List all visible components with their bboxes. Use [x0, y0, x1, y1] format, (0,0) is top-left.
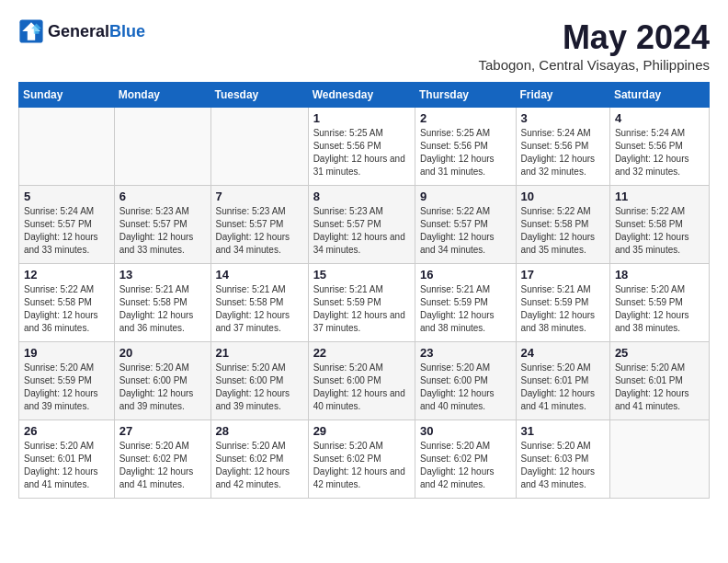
- calendar-cell: 8Sunrise: 5:23 AMSunset: 5:57 PMDaylight…: [308, 186, 415, 264]
- day-info: Sunrise: 5:21 AMSunset: 5:58 PMDaylight:…: [119, 283, 206, 335]
- day-number: 26: [24, 424, 109, 438]
- page-header: GeneralBlue May 2024 Tabogon, Central Vi…: [18, 18, 710, 73]
- day-info: Sunrise: 5:20 AMSunset: 5:59 PMDaylight:…: [24, 362, 109, 413]
- logo-general: General: [48, 22, 109, 40]
- logo-icon: [18, 18, 44, 44]
- calendar-week-row: 26Sunrise: 5:20 AMSunset: 6:01 PMDayligh…: [19, 420, 710, 499]
- day-info: Sunrise: 5:23 AMSunset: 5:57 PMDaylight:…: [216, 205, 303, 257]
- calendar-cell: 26Sunrise: 5:20 AMSunset: 6:01 PMDayligh…: [19, 420, 115, 499]
- calendar-cell: [210, 108, 308, 186]
- day-number: 31: [521, 424, 605, 438]
- day-number: 20: [119, 346, 206, 360]
- logo-text: GeneralBlue: [48, 22, 145, 41]
- day-number: 12: [24, 268, 109, 282]
- day-info: Sunrise: 5:20 AMSunset: 6:02 PMDaylight:…: [119, 440, 206, 491]
- calendar-cell: 29Sunrise: 5:20 AMSunset: 6:02 PMDayligh…: [308, 420, 415, 499]
- calendar-week-row: 5Sunrise: 5:24 AMSunset: 5:57 PMDaylight…: [19, 186, 710, 264]
- calendar-cell: 19Sunrise: 5:20 AMSunset: 5:59 PMDayligh…: [19, 342, 115, 420]
- day-info: Sunrise: 5:20 AMSunset: 6:00 PMDaylight:…: [119, 362, 206, 413]
- calendar-cell: 1Sunrise: 5:25 AMSunset: 5:56 PMDaylight…: [308, 108, 415, 186]
- day-number: 14: [216, 268, 303, 282]
- day-info: Sunrise: 5:24 AMSunset: 5:56 PMDaylight:…: [615, 127, 704, 178]
- calendar-cell: 2Sunrise: 5:25 AMSunset: 5:56 PMDaylight…: [415, 108, 516, 186]
- day-info: Sunrise: 5:20 AMSunset: 6:01 PMDaylight:…: [24, 440, 109, 491]
- calendar-cell: 12Sunrise: 5:22 AMSunset: 5:58 PMDayligh…: [19, 264, 115, 342]
- day-number: 28: [216, 424, 303, 438]
- day-number: 18: [615, 268, 704, 282]
- calendar-header-row: SundayMondayTuesdayWednesdayThursdayFrid…: [19, 83, 710, 108]
- day-number: 6: [119, 190, 206, 203]
- day-info: Sunrise: 5:24 AMSunset: 5:56 PMDaylight:…: [521, 127, 605, 178]
- calendar-cell: 20Sunrise: 5:20 AMSunset: 6:00 PMDayligh…: [114, 342, 210, 420]
- col-header-saturday: Saturday: [609, 83, 709, 108]
- calendar-cell: [19, 108, 115, 186]
- calendar-cell: 24Sunrise: 5:20 AMSunset: 6:01 PMDayligh…: [516, 342, 609, 420]
- day-number: 10: [521, 190, 605, 203]
- col-header-monday: Monday: [114, 83, 210, 108]
- day-info: Sunrise: 5:24 AMSunset: 5:57 PMDaylight:…: [24, 205, 109, 257]
- day-number: 21: [216, 346, 303, 360]
- day-number: 5: [24, 190, 109, 203]
- day-number: 23: [420, 346, 511, 360]
- calendar-cell: 14Sunrise: 5:21 AMSunset: 5:58 PMDayligh…: [210, 264, 308, 342]
- day-number: 24: [521, 346, 605, 360]
- calendar-cell: 27Sunrise: 5:20 AMSunset: 6:02 PMDayligh…: [114, 420, 210, 499]
- day-number: 1: [313, 111, 410, 125]
- calendar-week-row: 1Sunrise: 5:25 AMSunset: 5:56 PMDaylight…: [19, 108, 710, 186]
- calendar-cell: 30Sunrise: 5:20 AMSunset: 6:02 PMDayligh…: [415, 420, 516, 499]
- day-info: Sunrise: 5:20 AMSunset: 6:01 PMDaylight:…: [615, 362, 704, 413]
- calendar-cell: [114, 108, 210, 186]
- day-number: 17: [521, 268, 605, 282]
- day-info: Sunrise: 5:20 AMSunset: 6:00 PMDaylight:…: [420, 362, 511, 413]
- day-number: 4: [615, 111, 704, 125]
- day-number: 25: [615, 346, 704, 360]
- calendar-cell: 23Sunrise: 5:20 AMSunset: 6:00 PMDayligh…: [415, 342, 516, 420]
- col-header-sunday: Sunday: [19, 83, 115, 108]
- day-number: 22: [313, 346, 410, 360]
- calendar-cell: 4Sunrise: 5:24 AMSunset: 5:56 PMDaylight…: [609, 108, 709, 186]
- day-number: 16: [420, 268, 511, 282]
- day-info: Sunrise: 5:20 AMSunset: 6:02 PMDaylight:…: [420, 440, 511, 491]
- calendar-cell: 17Sunrise: 5:21 AMSunset: 5:59 PMDayligh…: [516, 264, 609, 342]
- day-number: 7: [216, 190, 303, 203]
- day-info: Sunrise: 5:23 AMSunset: 5:57 PMDaylight:…: [313, 205, 410, 257]
- day-info: Sunrise: 5:20 AMSunset: 6:03 PMDaylight:…: [521, 440, 605, 491]
- calendar-cell: 13Sunrise: 5:21 AMSunset: 5:58 PMDayligh…: [114, 264, 210, 342]
- day-info: Sunrise: 5:20 AMSunset: 6:01 PMDaylight:…: [521, 362, 605, 413]
- calendar-cell: 6Sunrise: 5:23 AMSunset: 5:57 PMDaylight…: [114, 186, 210, 264]
- calendar-week-row: 19Sunrise: 5:20 AMSunset: 5:59 PMDayligh…: [19, 342, 710, 420]
- day-number: 2: [420, 111, 511, 125]
- day-info: Sunrise: 5:25 AMSunset: 5:56 PMDaylight:…: [420, 127, 511, 178]
- calendar-cell: 31Sunrise: 5:20 AMSunset: 6:03 PMDayligh…: [516, 420, 609, 499]
- day-info: Sunrise: 5:20 AMSunset: 6:02 PMDaylight:…: [216, 440, 303, 491]
- day-info: Sunrise: 5:22 AMSunset: 5:58 PMDaylight:…: [24, 283, 109, 335]
- day-info: Sunrise: 5:23 AMSunset: 5:57 PMDaylight:…: [119, 205, 206, 257]
- calendar-week-row: 12Sunrise: 5:22 AMSunset: 5:58 PMDayligh…: [19, 264, 710, 342]
- day-info: Sunrise: 5:20 AMSunset: 6:00 PMDaylight:…: [216, 362, 303, 413]
- logo: GeneralBlue: [18, 18, 145, 44]
- day-info: Sunrise: 5:20 AMSunset: 6:00 PMDaylight:…: [313, 362, 410, 413]
- calendar-cell: 11Sunrise: 5:22 AMSunset: 5:58 PMDayligh…: [609, 186, 709, 264]
- day-number: 30: [420, 424, 511, 438]
- calendar-cell: 22Sunrise: 5:20 AMSunset: 6:00 PMDayligh…: [308, 342, 415, 420]
- calendar-cell: 15Sunrise: 5:21 AMSunset: 5:59 PMDayligh…: [308, 264, 415, 342]
- day-number: 15: [313, 268, 410, 282]
- calendar-cell: 7Sunrise: 5:23 AMSunset: 5:57 PMDaylight…: [210, 186, 308, 264]
- title-area: May 2024 Tabogon, Central Visayas, Phili…: [478, 18, 710, 73]
- day-info: Sunrise: 5:20 AMSunset: 6:02 PMDaylight:…: [313, 440, 410, 491]
- calendar-cell: 5Sunrise: 5:24 AMSunset: 5:57 PMDaylight…: [19, 186, 115, 264]
- location-subtitle: Tabogon, Central Visayas, Philippines: [478, 57, 710, 73]
- col-header-friday: Friday: [516, 83, 609, 108]
- calendar-cell: 16Sunrise: 5:21 AMSunset: 5:59 PMDayligh…: [415, 264, 516, 342]
- col-header-tuesday: Tuesday: [210, 83, 308, 108]
- col-header-thursday: Thursday: [415, 83, 516, 108]
- calendar-cell: 3Sunrise: 5:24 AMSunset: 5:56 PMDaylight…: [516, 108, 609, 186]
- day-number: 9: [420, 190, 511, 203]
- day-number: 27: [119, 424, 206, 438]
- calendar-cell: 18Sunrise: 5:20 AMSunset: 5:59 PMDayligh…: [609, 264, 709, 342]
- day-info: Sunrise: 5:25 AMSunset: 5:56 PMDaylight:…: [313, 127, 410, 178]
- month-title: May 2024: [478, 18, 710, 57]
- day-number: 29: [313, 424, 410, 438]
- day-number: 19: [24, 346, 109, 360]
- day-info: Sunrise: 5:22 AMSunset: 5:58 PMDaylight:…: [521, 205, 605, 257]
